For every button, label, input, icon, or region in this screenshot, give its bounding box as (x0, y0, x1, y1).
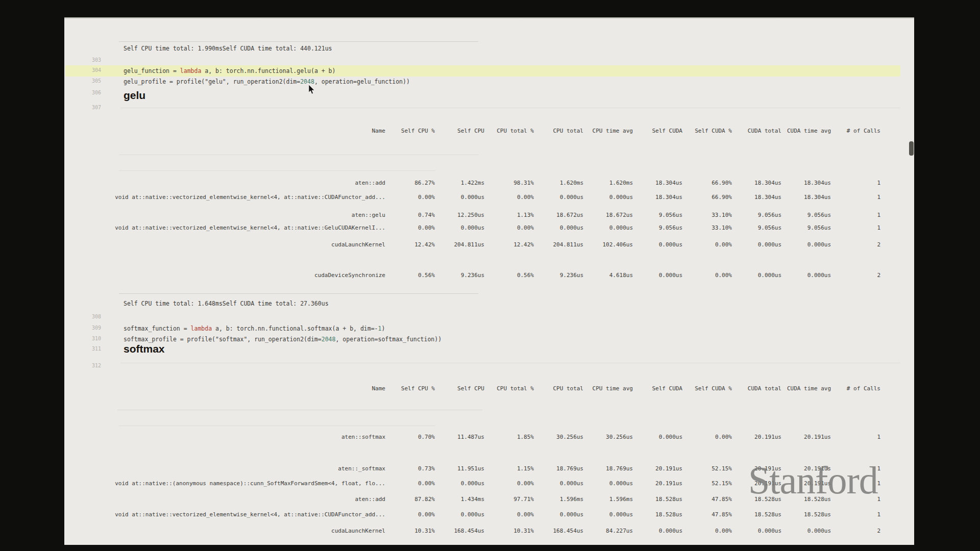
op-name-cell: aten::softmax (110, 434, 385, 440)
metric-cell: 0.000us (633, 434, 682, 440)
table-header-row: NameSelf CPU %Self CPUCPU total %CPU tot… (110, 385, 880, 392)
metric-cell: 168.454us (534, 528, 583, 534)
metric-cell: 52.15% (682, 465, 732, 472)
metric-cell: 18.528us (633, 496, 682, 503)
column-header: # of Calls (831, 385, 880, 392)
metric-cell: 0.73% (385, 465, 435, 472)
line-number: 312 (83, 363, 101, 368)
metric-cell: 1.596ms (534, 496, 583, 503)
line-number: 303 (83, 57, 101, 63)
metric-cell: 0.00% (385, 480, 435, 487)
metric-cell: 0.00% (682, 434, 732, 440)
table-row: cudaLaunchKernel10.31%168.454us10.31%168… (110, 528, 880, 534)
column-header: Name (110, 385, 385, 392)
metric-cell: 52.15% (682, 480, 732, 487)
stanford-watermark: Stanford (748, 458, 878, 503)
metric-cell: 1.85% (484, 434, 534, 440)
metric-cell: 0.000us (534, 511, 583, 518)
metric-cell: 84.227us (583, 528, 633, 534)
line-number: 309 (83, 325, 101, 331)
column-header: CUDA total (732, 385, 781, 392)
metric-cell: 168.454us (435, 528, 484, 534)
column-header: Self CPU (435, 385, 484, 392)
line-number: 305 (83, 78, 101, 84)
notebook-page: Self CPU time total: 1.990msSelf CUDA ti… (64, 17, 914, 545)
metric-cell: 0.000us (633, 528, 682, 534)
op-name-cell: aten::_softmax (110, 465, 385, 472)
metric-cell: 47.85% (682, 511, 732, 518)
scrollbar-thumb[interactable] (909, 141, 914, 156)
metric-cell: 1.15% (484, 465, 534, 472)
metric-cell: 87.82% (385, 496, 435, 503)
metric-cell: 10.31% (484, 528, 534, 534)
line-number: 308 (83, 314, 101, 319)
table-row: void at::native::vectorized_elementwise_… (110, 511, 880, 518)
metric-cell: 30.256us (583, 434, 633, 440)
column-header: CUDA time avg (781, 385, 831, 392)
metric-cell: 18.769us (534, 465, 583, 472)
column-header: CPU time avg (583, 385, 633, 392)
metric-cell: 20.191us (633, 465, 682, 472)
metric-cell: 0.000us (435, 511, 484, 518)
line-number: 311 (83, 346, 101, 352)
metric-cell: 1 (831, 511, 880, 518)
video-frame: Self CPU time total: 1.990msSelf CUDA ti… (0, 0, 980, 551)
metric-cell: 0.70% (385, 434, 435, 440)
metric-cell: 1.434ms (435, 496, 484, 503)
column-header: CPU total (534, 385, 583, 392)
metric-cell: 18.528us (633, 511, 682, 518)
metric-cell: 20.191us (633, 480, 682, 487)
column-header: Self CUDA (633, 385, 682, 392)
metric-cell: 0.000us (583, 480, 633, 487)
column-header: Self CPU % (385, 385, 435, 392)
metric-cell: 20.191us (732, 434, 781, 440)
metric-cell: 0.000us (435, 480, 484, 487)
metric-cell: 0.000us (732, 528, 781, 534)
op-name-cell: cudaLaunchKernel (110, 528, 385, 534)
metric-cell: 97.71% (484, 496, 534, 503)
metric-cell: 18.528us (732, 511, 781, 518)
op-name-cell: void at::native::(anonymous namespace)::… (110, 480, 385, 487)
mouse-cursor-icon (308, 85, 315, 95)
line-number: 306 (83, 90, 101, 95)
metric-cell: 0.00% (484, 480, 534, 487)
metric-cell: 1.596ms (583, 496, 633, 503)
metric-cell: 18.769us (583, 465, 633, 472)
metric-cell: 47.85% (682, 496, 732, 503)
metric-cell: 10.31% (385, 528, 435, 534)
metric-cell: 0.000us (781, 528, 831, 534)
metric-cell: 0.000us (583, 511, 633, 518)
table-row: aten::softmax0.70%11.487us1.85%30.256us3… (110, 434, 880, 440)
metric-cell: 11.951us (435, 465, 484, 472)
metric-cell: 30.256us (534, 434, 583, 440)
metric-cell: 0.00% (682, 528, 732, 534)
column-header: CPU total % (484, 385, 534, 392)
metric-cell: 0.000us (534, 480, 583, 487)
op-name-cell: void at::native::vectorized_elementwise_… (110, 511, 385, 518)
metric-cell: 0.00% (484, 511, 534, 518)
metric-cell: 1 (831, 434, 880, 440)
metric-cell: 11.487us (435, 434, 484, 440)
line-number: 307 (83, 105, 101, 110)
metric-cell: 0.00% (385, 511, 435, 518)
metric-cell: 18.528us (781, 511, 831, 518)
line-number: 310 (83, 336, 101, 341)
op-name-cell: aten::add (110, 496, 385, 503)
line-number: 304 (83, 67, 101, 73)
metric-cell: 20.191us (781, 434, 831, 440)
metric-cell: 2 (831, 528, 880, 534)
column-header: Self CUDA % (682, 385, 732, 392)
